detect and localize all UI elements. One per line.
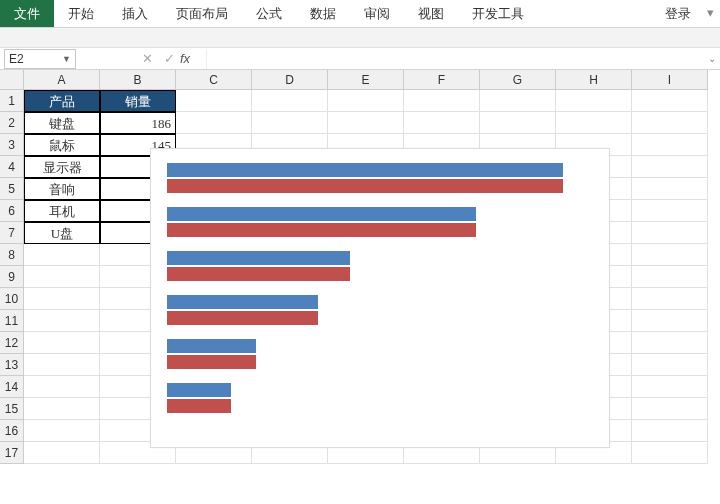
row-head[interactable]: 12: [0, 332, 24, 354]
cell[interactable]: [24, 266, 100, 288]
cell[interactable]: [632, 90, 708, 112]
cell[interactable]: [632, 156, 708, 178]
col-head-c[interactable]: C: [176, 70, 252, 90]
formula-expand-icon[interactable]: ⌄: [704, 53, 720, 64]
cell[interactable]: [632, 398, 708, 420]
cell[interactable]: [632, 376, 708, 398]
row-head[interactable]: 2: [0, 112, 24, 134]
tab-review[interactable]: 审阅: [350, 0, 404, 27]
row-head[interactable]: 3: [0, 134, 24, 156]
cell[interactable]: [632, 200, 708, 222]
tab-page-layout[interactable]: 页面布局: [162, 0, 242, 27]
select-all-corner[interactable]: [0, 70, 24, 90]
cell[interactable]: [632, 354, 708, 376]
col-head-f[interactable]: F: [404, 70, 480, 90]
row-head[interactable]: 16: [0, 420, 24, 442]
col-head-h[interactable]: H: [556, 70, 632, 90]
row-head[interactable]: 13: [0, 354, 24, 376]
cell[interactable]: [176, 112, 252, 134]
chart-bar: [167, 179, 563, 193]
col-head-e[interactable]: E: [328, 70, 404, 90]
cell[interactable]: [24, 332, 100, 354]
col-head-d[interactable]: D: [252, 70, 328, 90]
chart-bar-group: [167, 339, 593, 369]
cell[interactable]: [556, 90, 632, 112]
col-head-g[interactable]: G: [480, 70, 556, 90]
row-head[interactable]: 9: [0, 266, 24, 288]
tab-formulas[interactable]: 公式: [242, 0, 296, 27]
cell[interactable]: [556, 112, 632, 134]
cell[interactable]: [480, 112, 556, 134]
file-tab[interactable]: 文件: [0, 0, 54, 27]
ribbon-collapse-icon[interactable]: ▾: [701, 0, 720, 27]
row-head[interactable]: 5: [0, 178, 24, 200]
cell[interactable]: [328, 90, 404, 112]
cell-a4[interactable]: 显示器: [24, 156, 100, 178]
tab-developer[interactable]: 开发工具: [458, 0, 538, 27]
row-head[interactable]: 11: [0, 310, 24, 332]
row-head[interactable]: 8: [0, 244, 24, 266]
row-head[interactable]: 15: [0, 398, 24, 420]
cell[interactable]: [24, 442, 100, 464]
cell[interactable]: [24, 354, 100, 376]
cell[interactable]: [176, 90, 252, 112]
cell[interactable]: [24, 398, 100, 420]
cell[interactable]: [632, 442, 708, 464]
cell[interactable]: [24, 376, 100, 398]
name-box-dropdown-icon[interactable]: ▼: [62, 54, 71, 64]
cell[interactable]: [24, 244, 100, 266]
cell[interactable]: [632, 222, 708, 244]
col-head-b[interactable]: B: [100, 70, 176, 90]
cell-a3[interactable]: 鼠标: [24, 134, 100, 156]
row-head[interactable]: 6: [0, 200, 24, 222]
chart-bar: [167, 339, 256, 353]
cell-b1[interactable]: 销量: [100, 90, 176, 112]
cell[interactable]: [24, 420, 100, 442]
cell[interactable]: [404, 112, 480, 134]
cell[interactable]: [404, 90, 480, 112]
cell[interactable]: [632, 244, 708, 266]
tab-home[interactable]: 开始: [54, 0, 108, 27]
cell[interactable]: [632, 178, 708, 200]
cell-a1[interactable]: 产品: [24, 90, 100, 112]
col-head-a[interactable]: A: [24, 70, 100, 90]
cell[interactable]: [252, 112, 328, 134]
cell[interactable]: [24, 288, 100, 310]
cell[interactable]: [632, 134, 708, 156]
cell[interactable]: [632, 288, 708, 310]
cell-a7[interactable]: U盘: [24, 222, 100, 244]
cell[interactable]: [480, 90, 556, 112]
cell[interactable]: [24, 310, 100, 332]
cell[interactable]: [328, 112, 404, 134]
fx-label[interactable]: fx: [180, 51, 206, 66]
cell[interactable]: [632, 310, 708, 332]
row-head[interactable]: 4: [0, 156, 24, 178]
cell-a5[interactable]: 音响: [24, 178, 100, 200]
formula-input[interactable]: [206, 49, 704, 69]
row-head[interactable]: 10: [0, 288, 24, 310]
embedded-chart[interactable]: [150, 148, 610, 448]
formula-cancel-icon: ✕: [136, 51, 158, 66]
cell-a2[interactable]: 键盘: [24, 112, 100, 134]
col-head-i[interactable]: I: [632, 70, 708, 90]
row-head[interactable]: 14: [0, 376, 24, 398]
chart-bar: [167, 207, 476, 221]
column-headers: A B C D E F G H I: [24, 70, 708, 90]
cell[interactable]: [632, 420, 708, 442]
login-button[interactable]: 登录: [655, 0, 701, 27]
spreadsheet-grid[interactable]: A B C D E F G H I 1 2 3 4 5 6 7 8 9 10 1…: [0, 70, 720, 504]
cell[interactable]: [632, 266, 708, 288]
name-box[interactable]: E2 ▼: [4, 49, 76, 69]
row-head[interactable]: 7: [0, 222, 24, 244]
row-head[interactable]: 17: [0, 442, 24, 464]
tab-insert[interactable]: 插入: [108, 0, 162, 27]
cell-b2[interactable]: 186: [100, 112, 176, 134]
cell[interactable]: [252, 90, 328, 112]
tab-view[interactable]: 视图: [404, 0, 458, 27]
cell[interactable]: [632, 332, 708, 354]
cell-a6[interactable]: 耳机: [24, 200, 100, 222]
chart-bar: [167, 383, 231, 397]
row-head[interactable]: 1: [0, 90, 24, 112]
cell[interactable]: [632, 112, 708, 134]
tab-data[interactable]: 数据: [296, 0, 350, 27]
